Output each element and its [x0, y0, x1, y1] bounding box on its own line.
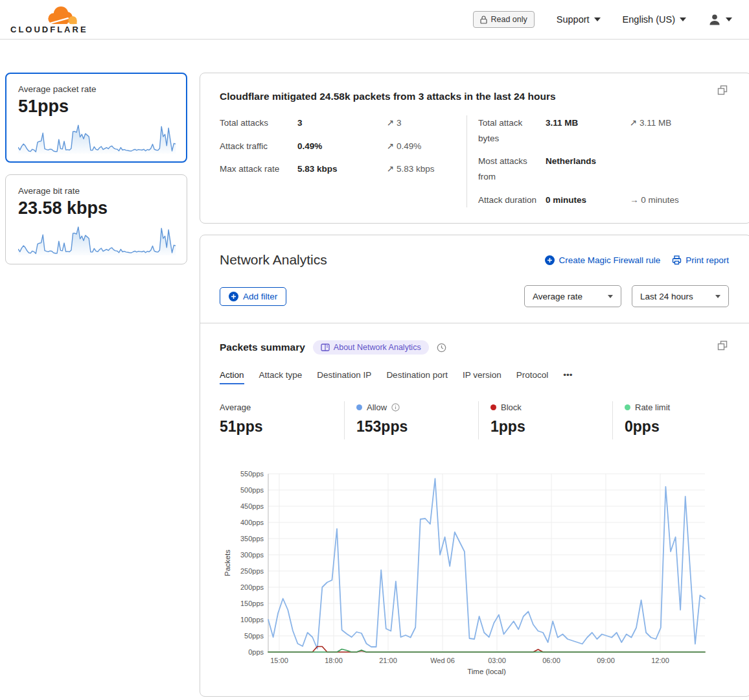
allow-legend-dot: [356, 404, 362, 410]
trend-flat-value: → 0 minutes: [630, 192, 732, 208]
svg-text:12:00: 12:00: [651, 657, 669, 664]
svg-text:550pps: 550pps: [240, 470, 264, 478]
logo-wordmark: CLOUDFLARE: [10, 25, 88, 34]
lock-icon: [480, 16, 487, 24]
summary-row: Total attacks 3 ↗ 3: [220, 115, 467, 131]
summary-left-column: Total attacks 3 ↗ 3 Attack traffic 0.49%…: [220, 115, 467, 207]
print-report-link[interactable]: Print report: [672, 255, 729, 265]
svg-text:15:00: 15:00: [270, 657, 288, 664]
stat-allow: Allow 153pps: [344, 401, 478, 439]
summary-row: Max attack rate 5.83 kbps ↗ 5.83 kbps: [220, 161, 467, 177]
plus-circle-icon: [229, 292, 238, 301]
svg-text:06:00: 06:00: [542, 657, 560, 664]
metric-sidebar: Average packet rate 51pps Average bit ra…: [5, 73, 187, 264]
svg-text:50pps: 50pps: [244, 632, 264, 640]
summary-row: Total attack bytes 3.11 MB ↗ 3.11 MB: [478, 115, 732, 146]
tab-destination-ip[interactable]: Destination IP: [317, 370, 371, 384]
action-stats-row: Average 51pps Allow 153pps: [220, 401, 732, 439]
packet-rate-sparkline: [18, 121, 176, 154]
about-network-analytics-badge[interactable]: About Network Analytics: [313, 340, 429, 355]
svg-text:250pps: 250pps: [240, 567, 264, 575]
bit-rate-sparkline: [18, 222, 176, 256]
printer-icon: [672, 255, 682, 265]
read-only-label: Read only: [491, 15, 527, 24]
svg-text:Packets: Packets: [224, 550, 231, 576]
book-icon: [321, 344, 330, 351]
chevron-down-icon: [726, 18, 732, 21]
chevron-down-icon: [608, 295, 613, 298]
account-menu[interactable]: [708, 13, 732, 26]
dimension-tabs: Action Attack type Destination IP Destin…: [220, 370, 732, 384]
create-magic-firewall-rule-link[interactable]: Create Magic Firewall rule: [545, 255, 660, 265]
cloudflare-cloud-icon: [44, 5, 80, 26]
popout-icon[interactable]: [717, 340, 728, 353]
svg-text:21:00: 21:00: [379, 657, 397, 664]
metric-card-value: 23.58 kbps: [18, 198, 174, 218]
top-bar: CLOUDFLARE Read only Support English (US…: [0, 0, 749, 40]
svg-text:300pps: 300pps: [240, 551, 264, 559]
svg-text:18:00: 18:00: [325, 657, 343, 664]
info-icon[interactable]: [391, 403, 400, 412]
svg-text:450pps: 450pps: [240, 502, 264, 510]
add-filter-button[interactable]: Add filter: [220, 287, 286, 306]
summary-title: Cloudflare mitigated 24.58k packets from…: [220, 91, 732, 102]
stat-block: Block 1pps: [478, 401, 612, 439]
svg-text:150pps: 150pps: [240, 600, 264, 607]
support-menu[interactable]: Support: [557, 14, 601, 25]
svg-text:Time (local): Time (local): [467, 668, 506, 675]
svg-text:200pps: 200pps: [240, 583, 264, 591]
svg-text:400pps: 400pps: [240, 519, 264, 526]
metric-card-label: Average bit rate: [18, 186, 174, 196]
summary-row: Attack duration 0 minutes → 0 minutes: [478, 192, 732, 208]
chevron-down-icon: [594, 18, 601, 21]
tabs-overflow-button[interactable]: •••: [563, 370, 572, 384]
stat-rate-limit: Rate limit 0pps: [612, 401, 749, 439]
page-title: Network Analytics: [220, 252, 327, 268]
packets-chart: 0pps50pps100pps150pps200pps250pps300pps3…: [221, 467, 713, 681]
metric-select[interactable]: Average rate: [524, 285, 621, 307]
block-legend-dot: [490, 404, 496, 410]
language-menu[interactable]: English (US): [623, 14, 686, 25]
tab-action[interactable]: Action: [220, 370, 244, 384]
popout-icon[interactable]: [717, 85, 728, 97]
summary-row: Attack traffic 0.49% ↗ 0.49%: [220, 139, 467, 154]
trend-up-value: ↗ 3.11 MB: [630, 115, 732, 131]
metric-card-value: 51pps: [18, 97, 174, 117]
plus-circle-icon: [545, 255, 555, 265]
metric-card-label: Average packet rate: [18, 84, 174, 94]
read-only-badge: Read only: [473, 11, 535, 28]
summary-row: Most attacks from Netherlands: [478, 154, 732, 184]
packets-summary-title: Packets summary: [220, 342, 305, 353]
stat-average: Average 51pps: [220, 401, 344, 439]
tab-protocol[interactable]: Protocol: [516, 370, 549, 384]
user-icon: [708, 13, 721, 26]
language-label: English (US): [623, 14, 675, 25]
packets-summary-section: Packets summary About Network Analytics: [200, 323, 749, 696]
rate-limit-legend-dot: [625, 404, 630, 410]
metric-card-packet-rate[interactable]: Average packet rate 51pps: [5, 73, 187, 163]
svg-text:09:00: 09:00: [597, 657, 615, 664]
time-range-select[interactable]: Last 24 hours: [632, 285, 729, 307]
summary-right-column: Total attack bytes 3.11 MB ↗ 3.11 MB Mos…: [467, 115, 732, 207]
svg-text:500pps: 500pps: [240, 486, 264, 494]
tab-attack-type[interactable]: Attack type: [259, 370, 303, 384]
chevron-down-icon: [680, 18, 686, 21]
trend-up-value: ↗ 3: [387, 115, 467, 131]
history-clock-icon[interactable]: [437, 343, 446, 353]
network-analytics-card: Network Analytics Create Magic Firewall …: [200, 235, 749, 697]
tab-destination-port[interactable]: Destination port: [386, 370, 448, 384]
svg-text:0pps: 0pps: [248, 648, 264, 656]
svg-text:Wed 06: Wed 06: [430, 657, 455, 664]
attack-summary-card: Cloudflare mitigated 24.58k packets from…: [200, 73, 749, 224]
svg-text:100pps: 100pps: [240, 616, 264, 624]
cloudflare-logo[interactable]: CLOUDFLARE: [10, 5, 88, 34]
svg-text:350pps: 350pps: [240, 535, 264, 542]
support-label: Support: [557, 14, 590, 25]
chevron-down-icon: [715, 295, 720, 298]
trend-up-value: ↗ 5.83 kbps: [387, 161, 467, 177]
trend-up-value: ↗ 0.49%: [387, 139, 467, 154]
metric-card-bit-rate[interactable]: Average bit rate 23.58 kbps: [5, 174, 187, 264]
tab-ip-version[interactable]: IP version: [463, 370, 501, 384]
svg-text:03:00: 03:00: [488, 657, 506, 664]
